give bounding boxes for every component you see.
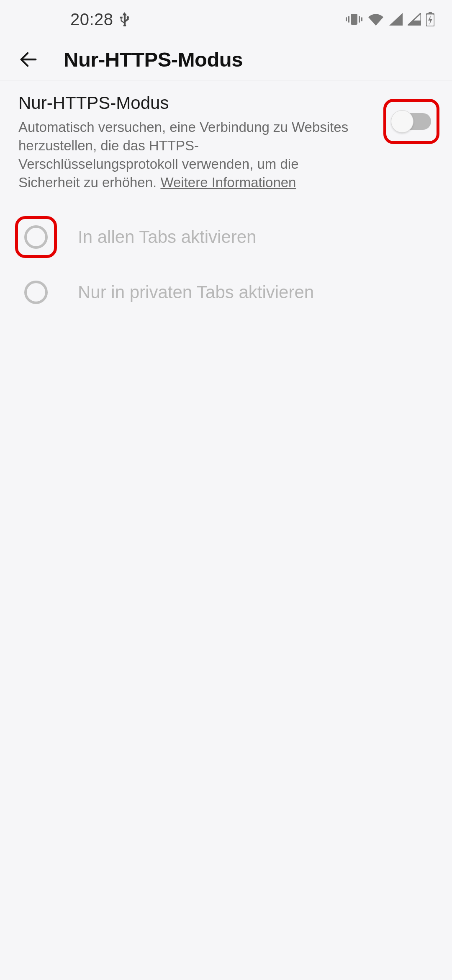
toggle-knob xyxy=(391,110,413,133)
arrow-left-icon xyxy=(19,50,38,69)
https-only-options: In allen Tabs aktivieren Nur in privaten… xyxy=(0,192,452,320)
status-bar: 20:28 xyxy=(0,0,452,39)
vibrate-icon xyxy=(346,13,362,26)
https-only-toggle[interactable] xyxy=(392,113,431,130)
setting-text: Nur-HTTPS-Modus Automatisch versuchen, e… xyxy=(18,93,383,192)
back-button[interactable] xyxy=(12,43,45,76)
svg-rect-2 xyxy=(346,17,347,21)
option-all-tabs-label: In allen Tabs aktivieren xyxy=(78,227,256,247)
signal-2-icon xyxy=(408,13,421,26)
svg-rect-3 xyxy=(359,16,360,23)
signal-1-icon xyxy=(389,13,403,26)
setting-description: Automatisch versuchen, eine Verbindung z… xyxy=(18,118,349,192)
option-private-tabs-radio xyxy=(15,271,57,313)
https-only-setting: Nur-HTTPS-Modus Automatisch versuchen, e… xyxy=(0,90,452,192)
option-all-tabs[interactable]: In allen Tabs aktivieren xyxy=(0,209,452,265)
option-private-tabs-label: Nur in privaten Tabs aktivieren xyxy=(78,282,314,302)
battery-charging-icon xyxy=(426,12,434,26)
option-private-tabs[interactable]: Nur in privaten Tabs aktivieren xyxy=(0,265,452,320)
status-left: 20:28 xyxy=(70,10,130,29)
option-all-tabs-radio-highlight xyxy=(15,216,57,258)
app-bar: Nur-HTTPS-Modus xyxy=(0,39,452,80)
more-info-link[interactable]: Weitere Informationen xyxy=(160,175,296,190)
status-time: 20:28 xyxy=(70,10,113,29)
radio-icon xyxy=(24,225,48,249)
svg-rect-1 xyxy=(348,16,349,23)
https-only-toggle-highlight xyxy=(383,99,439,144)
radio-icon xyxy=(24,281,48,304)
svg-rect-4 xyxy=(361,17,362,21)
content: Nur-HTTPS-Modus Automatisch versuchen, e… xyxy=(0,80,452,320)
usb-icon xyxy=(119,12,130,26)
wifi-icon xyxy=(367,13,384,26)
status-right xyxy=(346,12,434,26)
page-title: Nur-HTTPS-Modus xyxy=(64,48,243,71)
svg-rect-0 xyxy=(351,14,357,25)
setting-title: Nur-HTTPS-Modus xyxy=(18,93,375,113)
